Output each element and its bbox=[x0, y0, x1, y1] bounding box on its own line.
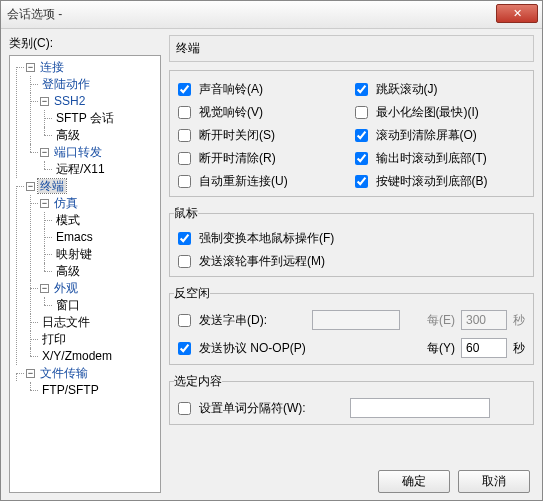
tree-node-terminal[interactable]: 终端 bbox=[38, 179, 66, 193]
tree-node-login[interactable]: 登陆动作 bbox=[40, 77, 92, 91]
window-title: 会话选项 - bbox=[7, 6, 62, 23]
tree-node-mode[interactable]: 模式 bbox=[54, 213, 82, 227]
tree-node-x11[interactable]: 远程/X11 bbox=[54, 162, 107, 176]
category-tree[interactable]: −连接 登陆动作 −SSH2 SFTP 会话 高级 −端口转发 bbox=[9, 55, 161, 493]
cb-jump-scroll[interactable]: 跳跃滚动(J) bbox=[355, 81, 526, 98]
close-icon: ✕ bbox=[513, 7, 522, 20]
tree-node-xfer[interactable]: 文件传输 bbox=[38, 366, 90, 380]
cb-scroll-output[interactable]: 输出时滚动到底部(T) bbox=[355, 150, 526, 167]
tree-node-emacs[interactable]: Emacs bbox=[54, 230, 95, 244]
tree-toggle-icon[interactable]: − bbox=[26, 63, 35, 72]
group-selection: 选定内容 设置单词分隔符(W): bbox=[169, 373, 534, 425]
tree-node-print[interactable]: 打印 bbox=[40, 332, 68, 346]
cb-min-draw[interactable]: 最小化绘图(最快)(I) bbox=[355, 104, 526, 121]
sec-label-2: 秒 bbox=[513, 340, 525, 357]
panel-title: 终端 bbox=[169, 35, 534, 62]
cb-auto-reconnect[interactable]: 自动重新连接(U) bbox=[178, 173, 349, 190]
tree-toggle-icon[interactable]: − bbox=[26, 182, 35, 191]
tree-node-emul[interactable]: 仿真 bbox=[52, 196, 80, 210]
every-e-input[interactable] bbox=[461, 310, 507, 330]
legend-selection: 选定内容 bbox=[174, 373, 222, 390]
cb-send-proto[interactable]: 发送协议 NO-OP(P) bbox=[178, 340, 306, 357]
cancel-button[interactable]: 取消 bbox=[458, 470, 530, 493]
legend-mouse: 鼠标 bbox=[174, 205, 198, 222]
group-antiidle: 反空闲 发送字串(D): 每(E) 秒 发送协议 NO-OP(P) 每(Y) 秒 bbox=[169, 285, 534, 365]
cb-close-on-disc[interactable]: 断开时关闭(S) bbox=[178, 127, 349, 144]
cb-audio-bell[interactable]: 声音响铃(A) bbox=[178, 81, 349, 98]
cb-send-wheel[interactable]: 发送滚轮事件到远程(M) bbox=[178, 253, 525, 270]
tree-toggle-icon[interactable]: − bbox=[26, 369, 35, 378]
tree-node-sftp[interactable]: SFTP 会话 bbox=[54, 111, 116, 125]
ok-button[interactable]: 确定 bbox=[378, 470, 450, 493]
every-y-input[interactable] bbox=[461, 338, 507, 358]
tree-node-adv2[interactable]: 高级 bbox=[54, 264, 82, 278]
group-mouse: 鼠标 强制变换本地鼠标操作(F) 发送滚轮事件到远程(M) bbox=[169, 205, 534, 277]
tree-node-mapkey[interactable]: 映射键 bbox=[54, 247, 94, 261]
tree-node-ftp[interactable]: FTP/SFTP bbox=[40, 383, 101, 397]
button-bar: 确定 取消 bbox=[169, 464, 534, 493]
tree-node-adv1[interactable]: 高级 bbox=[54, 128, 82, 142]
tree-toggle-icon[interactable]: − bbox=[40, 148, 49, 157]
every-e-label: 每(E) bbox=[427, 312, 455, 329]
word-delim-input[interactable] bbox=[350, 398, 490, 418]
legend-antiidle: 反空闲 bbox=[174, 285, 210, 302]
tree-toggle-icon[interactable]: − bbox=[40, 199, 49, 208]
tree-node-ssh2[interactable]: SSH2 bbox=[52, 94, 87, 108]
category-label: 类别(C): bbox=[9, 35, 161, 52]
group-general: 声音响铃(A) 跳跃滚动(J) 视觉响铃(V) 最小化绘图(最快)(I) 断开时… bbox=[169, 70, 534, 197]
send-string-input[interactable] bbox=[312, 310, 400, 330]
cb-force-mouse[interactable]: 强制变换本地鼠标操作(F) bbox=[178, 230, 525, 247]
cb-word-delim[interactable]: 设置单词分隔符(W): bbox=[178, 400, 306, 417]
cb-clear-on-disc[interactable]: 断开时清除(R) bbox=[178, 150, 349, 167]
tree-toggle-icon[interactable]: − bbox=[40, 284, 49, 293]
close-button[interactable]: ✕ bbox=[496, 4, 538, 23]
tree-node-appear[interactable]: 外观 bbox=[52, 281, 80, 295]
every-y-label: 每(Y) bbox=[427, 340, 455, 357]
cb-send-string[interactable]: 发送字串(D): bbox=[178, 312, 306, 329]
titlebar: 会话选项 - ✕ bbox=[1, 1, 542, 29]
sec-label-1: 秒 bbox=[513, 312, 525, 329]
cb-visual-bell[interactable]: 视觉响铃(V) bbox=[178, 104, 349, 121]
cb-scroll-key[interactable]: 按键时滚动到底部(B) bbox=[355, 173, 526, 190]
tree-node-portfwd[interactable]: 端口转发 bbox=[52, 145, 104, 159]
tree-toggle-icon[interactable]: − bbox=[40, 97, 49, 106]
tree-node-xyz[interactable]: X/Y/Zmodem bbox=[40, 349, 114, 363]
cb-scroll-clear[interactable]: 滚动到清除屏幕(O) bbox=[355, 127, 526, 144]
tree-node-log[interactable]: 日志文件 bbox=[40, 315, 92, 329]
tree-node-window[interactable]: 窗口 bbox=[54, 298, 82, 312]
tree-node-connection[interactable]: 连接 bbox=[38, 60, 66, 74]
